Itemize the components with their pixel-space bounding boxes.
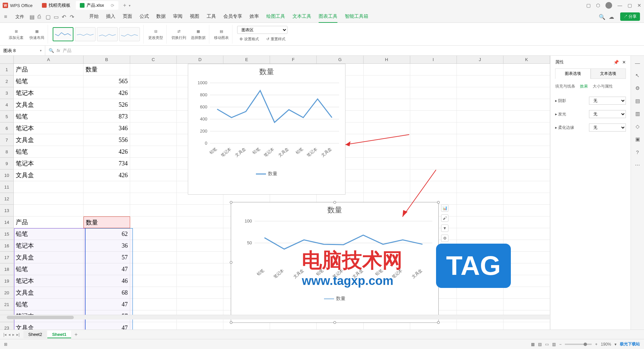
- cell[interactable]: [503, 87, 550, 99]
- cell[interactable]: [130, 228, 177, 240]
- cell[interactable]: 文具盒: [14, 99, 84, 111]
- sheet-next-icon[interactable]: ▸: [12, 332, 14, 337]
- cell[interactable]: 文具盒: [14, 287, 84, 299]
- sheet-tab-sheet1[interactable]: Sheet1: [47, 331, 71, 338]
- cell[interactable]: 笔记本: [14, 158, 84, 169]
- cell[interactable]: [457, 99, 503, 111]
- cell[interactable]: [130, 275, 177, 287]
- gallery-icon[interactable]: ▥: [634, 110, 641, 117]
- menu-tab-13[interactable]: 智能工具箱: [345, 11, 368, 23]
- cell[interactable]: [457, 287, 503, 299]
- cell[interactable]: 文具盒: [14, 252, 84, 263]
- subtab-effect[interactable]: 效果: [580, 84, 588, 89]
- cell[interactable]: [457, 169, 503, 181]
- cell[interactable]: [177, 252, 223, 263]
- cell[interactable]: [503, 299, 550, 310]
- menu-tab-7[interactable]: 工具: [207, 11, 216, 23]
- cell[interactable]: [503, 99, 550, 111]
- cell[interactable]: [130, 158, 177, 169]
- cell[interactable]: [410, 169, 457, 181]
- cell[interactable]: 数量: [84, 216, 130, 228]
- cell[interactable]: [457, 76, 503, 87]
- cell[interactable]: 笔记本: [14, 87, 84, 99]
- avatar-icon[interactable]: [605, 2, 612, 9]
- cell[interactable]: [503, 205, 550, 216]
- cell[interactable]: [130, 122, 177, 134]
- cell[interactable]: [177, 228, 223, 240]
- cell[interactable]: [503, 158, 550, 169]
- chart-1[interactable]: 数量 02004006008001000 铅笔笔记本文具盒铅笔笔记本文具盒铅笔笔…: [188, 64, 345, 195]
- move-chart-button[interactable]: ▤ 移动图表: [214, 28, 229, 40]
- cell[interactable]: [364, 111, 410, 122]
- cell[interactable]: [130, 181, 177, 193]
- cell[interactable]: 47: [84, 299, 130, 310]
- help-icon[interactable]: ?: [634, 148, 641, 156]
- cell[interactable]: [84, 205, 130, 216]
- pin-icon[interactable]: 📌: [613, 60, 619, 65]
- cell[interactable]: [130, 263, 177, 275]
- cell[interactable]: 铅笔: [14, 111, 84, 122]
- cell[interactable]: [410, 111, 457, 122]
- col-header-A[interactable]: A: [14, 56, 84, 63]
- cell[interactable]: [457, 158, 503, 169]
- cell[interactable]: 产品: [14, 64, 84, 76]
- cell[interactable]: [177, 193, 223, 205]
- cell[interactable]: 产品: [14, 216, 84, 228]
- cell[interactable]: [410, 134, 457, 146]
- menu-tab-9[interactable]: 效率: [250, 11, 259, 23]
- softedge-select[interactable]: 无: [589, 123, 626, 132]
- cell[interactable]: [457, 122, 503, 134]
- cell[interactable]: [177, 263, 223, 275]
- add-element-button[interactable]: ⊞ 添加元素: [9, 28, 23, 40]
- cell[interactable]: 734: [84, 158, 130, 169]
- chart-settings-icon[interactable]: ⚙: [441, 235, 448, 242]
- cell[interactable]: [457, 263, 503, 275]
- col-header-K[interactable]: K: [503, 56, 550, 63]
- cell[interactable]: [410, 64, 457, 76]
- close-icon[interactable]: ✕: [637, 3, 641, 8]
- close-panel-icon[interactable]: ✕: [622, 60, 626, 65]
- cell[interactable]: [364, 87, 410, 99]
- cell[interactable]: 数量: [84, 64, 130, 76]
- cell[interactable]: [457, 240, 503, 252]
- select-data-button[interactable]: ▦ 选择数据: [191, 28, 206, 40]
- file-menu[interactable]: 文件: [15, 14, 24, 20]
- tab-dropdown-icon[interactable]: ▾: [129, 4, 130, 7]
- cell[interactable]: 笔记本: [14, 275, 84, 287]
- collapse-icon[interactable]: —: [634, 59, 641, 66]
- cell[interactable]: 46: [84, 275, 130, 287]
- cell[interactable]: [457, 252, 503, 263]
- hamburger-icon[interactable]: ≡: [4, 14, 10, 20]
- cell[interactable]: [130, 169, 177, 181]
- cell[interactable]: [503, 122, 550, 134]
- cell[interactable]: 346: [84, 122, 130, 134]
- cell[interactable]: 文具盒: [14, 169, 84, 181]
- tab-chart-options[interactable]: 图表选项: [555, 68, 591, 79]
- cell[interactable]: [410, 158, 457, 169]
- cell[interactable]: [130, 216, 177, 228]
- status-icon[interactable]: ⊞: [4, 342, 7, 347]
- row-header[interactable]: 15: [0, 228, 14, 240]
- cell[interactable]: 873: [84, 111, 130, 122]
- cell[interactable]: [410, 99, 457, 111]
- cell[interactable]: [177, 299, 223, 310]
- view-pagebreak-icon[interactable]: ▤: [538, 342, 542, 347]
- cell[interactable]: [457, 205, 503, 216]
- cell[interactable]: [130, 146, 177, 158]
- col-header-I[interactable]: I: [410, 56, 457, 63]
- sheet-tab-sheet2[interactable]: Sheet2: [23, 331, 47, 338]
- reset-style-button[interactable]: ↺ 重置样式: [264, 36, 287, 42]
- cell[interactable]: 36: [84, 240, 130, 252]
- view-page-icon[interactable]: ▭: [545, 342, 549, 347]
- cursor-icon[interactable]: ↖: [634, 72, 641, 79]
- menu-tab-5[interactable]: 审阅: [173, 11, 182, 23]
- menu-tab-3[interactable]: 公式: [140, 11, 149, 23]
- cell[interactable]: [457, 181, 503, 193]
- cell[interactable]: [130, 240, 177, 252]
- zoom-dropdown-icon[interactable]: ▾: [614, 342, 616, 347]
- row-header[interactable]: 6: [0, 122, 14, 134]
- cell[interactable]: [364, 99, 410, 111]
- cell[interactable]: [503, 193, 550, 205]
- cell[interactable]: 426: [84, 169, 130, 181]
- row-header[interactable]: 9: [0, 158, 14, 169]
